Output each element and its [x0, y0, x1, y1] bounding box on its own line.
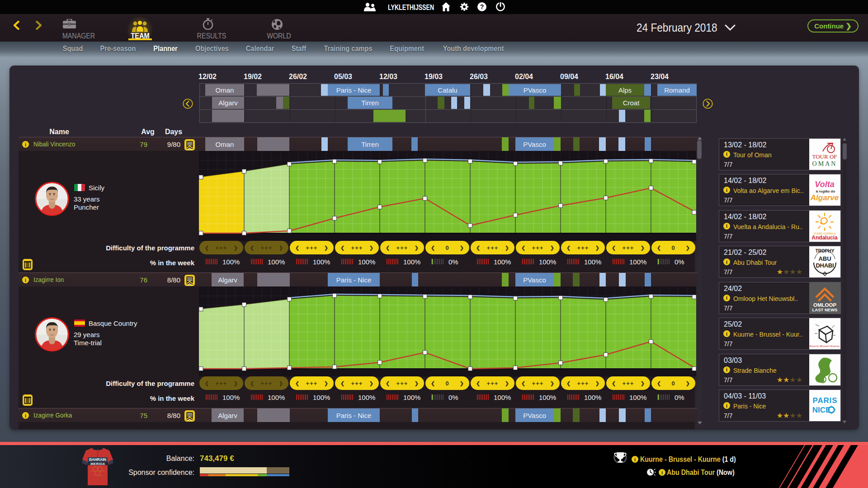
svg-text:ABU: ABU [818, 255, 831, 262]
svg-text:LAST NEWS: LAST NEWS [812, 307, 838, 312]
svg-text:PARIS: PARIS [813, 396, 837, 405]
svg-text:Algarve: Algarve [810, 193, 839, 202]
svg-text:BAHRAIN: BAHRAIN [89, 457, 106, 462]
svg-text:Kuurne Brussel Kuurne: Kuurne Brussel Kuurne [809, 344, 840, 348]
svg-text:?: ? [480, 3, 484, 10]
svg-text:Volta: Volta [815, 180, 834, 189]
svg-text:Andalucia: Andalucia [811, 235, 838, 241]
svg-text:à região do: à região do [816, 189, 835, 193]
svg-text:TROPHY: TROPHY [816, 249, 835, 253]
svg-text:OMAN: OMAN [812, 160, 837, 167]
svg-text:TOUR OF: TOUR OF [812, 153, 837, 160]
svg-text:DHABI: DHABI [816, 262, 834, 269]
svg-text:MERIDA: MERIDA [90, 462, 105, 466]
